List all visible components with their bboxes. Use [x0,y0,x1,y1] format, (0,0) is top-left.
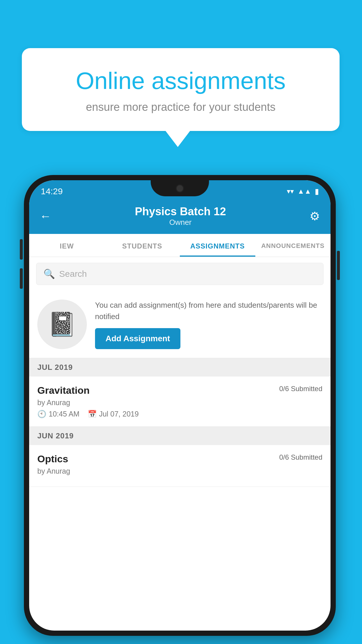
assignment-name: Gravitation [37,385,89,396]
tab-students[interactable]: STUDENTS [105,234,180,257]
app-header: ← Physics Batch 12 Owner ⚙ [29,200,331,234]
add-assignment-section: 📓 You can add assignment(s) from here an… [29,291,331,358]
phone-screen: 14:29 ▾▾ ▲▲ ▮ ← Physics Batch 12 Owner ⚙… [29,180,331,631]
back-button[interactable]: ← [40,210,51,223]
clock-icon: 🕙 [37,410,46,418]
volume-down-button [20,268,23,289]
assignment-by: by Anurag [37,398,322,407]
assignment-time: 10:45 AM [49,410,80,418]
add-assignment-description: You can add assignment(s) from here and … [95,300,322,322]
volume-up-button [20,239,23,260]
assignment-row1: Gravitation 0/6 Submitted [37,385,322,396]
assignment-date: Jul 07, 2019 [99,410,139,418]
assignment-name-optics: Optics [37,453,68,465]
wifi-icon: ▾▾ [287,187,294,195]
add-assignment-button[interactable]: Add Assignment [95,328,180,349]
tab-assignments[interactable]: ASSIGNMENTS [180,234,255,257]
search-box[interactable]: 🔍 Search [36,263,324,285]
notebook-icon: 📓 [48,311,77,338]
assignment-row1-optics: Optics 0/6 Submitted [37,453,322,465]
speech-bubble: Online assignments ensure more practice … [22,48,340,131]
settings-icon[interactable]: ⚙ [310,209,320,223]
header-subtitle: Owner [135,218,226,227]
calendar-icon: 📅 [88,410,97,418]
battery-icon: ▮ [315,187,319,196]
speech-bubble-subtitle: ensure more practice for your students [45,101,316,113]
assignment-icon-circle: 📓 [37,300,87,349]
assignment-submitted: 0/6 Submitted [279,385,322,393]
search-container: 🔍 Search [29,257,331,291]
phone-notch [151,180,209,196]
assignment-item-gravitation[interactable]: Gravitation 0/6 Submitted by Anurag 🕙 10… [29,377,331,427]
speech-bubble-container: Online assignments ensure more practice … [22,48,340,147]
assignment-by-optics: by Anurag [37,467,322,475]
assignment-time-meta: 🕙 10:45 AM [37,410,80,418]
tabs-bar: IEW STUDENTS ASSIGNMENTS ANNOUNCEMENTS [29,234,331,257]
header-title: Physics Batch 12 [135,205,226,218]
assignment-item-optics[interactable]: Optics 0/6 Submitted by Anurag [29,445,331,487]
header-title-block: Physics Batch 12 Owner [135,205,226,227]
phone-frame: 14:29 ▾▾ ▲▲ ▮ ← Physics Batch 12 Owner ⚙… [24,175,336,636]
power-button [337,251,340,280]
tab-announcements[interactable]: ANNOUNCEMENTS [255,234,331,257]
speech-bubble-title: Online assignments [45,67,316,94]
search-icon: 🔍 [43,268,55,279]
status-icons: ▾▾ ▲▲ ▮ [287,187,319,196]
tab-iew[interactable]: IEW [29,234,105,257]
signal-icon: ▲▲ [297,187,311,195]
assignment-submitted-optics: 0/6 Submitted [279,453,322,461]
section-header-jun: JUN 2019 [29,427,331,445]
assignment-meta: 🕙 10:45 AM 📅 Jul 07, 2019 [37,410,322,418]
section-header-jul: JUL 2019 [29,358,331,377]
speech-bubble-tail [166,131,190,147]
add-assignment-right: You can add assignment(s) from here and … [95,300,322,349]
status-time: 14:29 [41,186,63,196]
assignment-date-meta: 📅 Jul 07, 2019 [88,410,139,418]
search-input[interactable]: Search [59,269,87,279]
camera [176,184,184,192]
